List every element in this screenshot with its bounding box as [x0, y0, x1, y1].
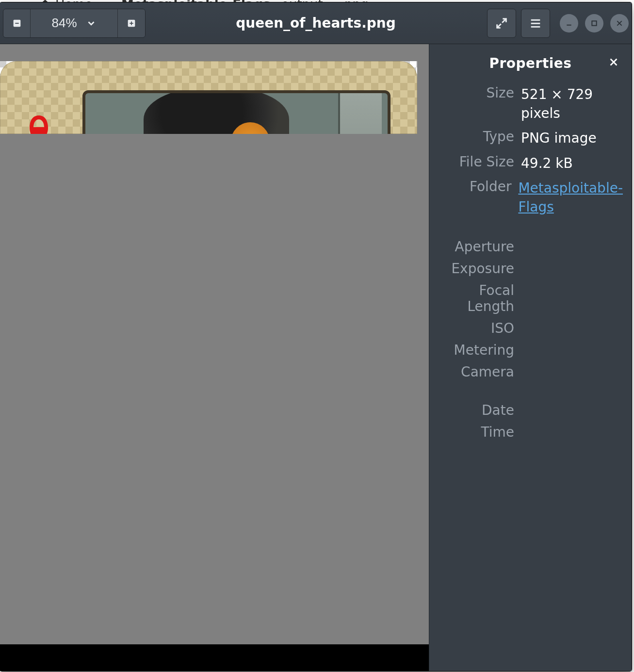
properties-title: Properties	[489, 55, 571, 71]
image-inner-frame	[82, 90, 390, 134]
maximize-icon	[590, 19, 598, 27]
zoom-controls: 84%	[3, 9, 146, 38]
prop-row-metering: Metering	[429, 339, 623, 361]
close-icon	[616, 19, 623, 27]
headerbar: 84% queen_of_hearts.png	[0, 2, 632, 44]
window-controls	[560, 14, 629, 33]
prop-val: PNG image	[521, 129, 623, 148]
prop-row-iso: ISO	[429, 317, 623, 339]
prop-key: Folder	[429, 179, 511, 195]
svg-rect-11	[592, 21, 596, 25]
properties-list: Size 521 × 729 pixels Type PNG image Fil…	[429, 82, 632, 443]
minimize-button[interactable]	[560, 14, 578, 33]
plus-icon	[126, 18, 137, 29]
prop-row-aperture: Aperture	[429, 236, 623, 258]
hamburger-icon	[529, 16, 542, 30]
maximize-button[interactable]	[585, 14, 603, 33]
fullscreen-button[interactable]	[487, 9, 516, 38]
svg-rect-1	[15, 23, 18, 24]
image-canvas[interactable]	[0, 44, 429, 671]
zoom-level-dropdown[interactable]: 84%	[31, 9, 118, 37]
minus-icon	[12, 18, 22, 29]
window-title: queen_of_hearts.png	[236, 15, 396, 31]
close-button[interactable]	[610, 14, 629, 33]
prop-key: Time	[429, 424, 514, 440]
properties-panel: Properties Size 521 × 729 pixels Type PN…	[429, 44, 632, 671]
prop-key: Type	[429, 129, 514, 145]
fullscreen-icon	[495, 16, 508, 30]
prop-row-date: Date	[429, 399, 623, 421]
prop-row-exposure: Exposure	[429, 258, 623, 279]
prop-key: Camera	[429, 364, 514, 380]
card-suit-mark	[27, 115, 51, 134]
svg-rect-7	[531, 19, 540, 20]
headerbar-right	[487, 9, 629, 38]
prop-key: ISO	[429, 320, 514, 336]
prop-val: 521 × 729 pixels	[521, 85, 623, 123]
svg-rect-4	[131, 21, 132, 25]
canvas-bottom-bar	[0, 644, 429, 671]
image-content	[0, 61, 417, 134]
prop-row-camera: Camera	[429, 361, 623, 383]
prop-key: Exposure	[429, 261, 514, 277]
chevron-down-icon	[86, 18, 97, 29]
folder-link[interactable]: Metasploitable-Flags	[518, 180, 623, 215]
prop-key: Focal Length	[429, 282, 514, 314]
properties-header: Properties	[429, 44, 632, 82]
properties-close-button[interactable]	[606, 55, 621, 69]
prop-row-size: Size 521 × 729 pixels	[429, 82, 623, 126]
svg-rect-8	[531, 22, 540, 24]
image-viewer-window: 84% queen_of_hearts.png	[0, 2, 632, 671]
zoom-in-button[interactable]	[118, 9, 145, 37]
canvas-background	[0, 44, 429, 671]
svg-rect-10	[567, 24, 571, 25]
image-detail-dark	[144, 90, 289, 134]
image-detail-door	[338, 93, 382, 134]
prop-val: Metasploitable-Flags	[518, 179, 623, 216]
prop-row-type: Type PNG image	[429, 126, 623, 150]
prop-key: Size	[429, 85, 514, 101]
prop-key: File Size	[429, 154, 514, 170]
zoom-level-label: 84%	[51, 16, 77, 31]
prop-key: Date	[429, 402, 514, 418]
prop-key: Metering	[429, 342, 514, 358]
prop-row-folder: Folder Metasploitable-Flags	[429, 176, 623, 219]
menu-button[interactable]	[521, 9, 550, 38]
prop-val: 49.2 kB	[521, 154, 623, 173]
prop-row-time: Time	[429, 421, 623, 443]
body: Properties Size 521 × 729 pixels Type PN…	[0, 44, 632, 671]
zoom-out-button[interactable]	[3, 9, 31, 37]
svg-rect-9	[531, 26, 540, 27]
prop-key: Aperture	[429, 239, 514, 255]
prop-row-filesize: File Size 49.2 kB	[429, 151, 623, 176]
close-icon	[608, 57, 619, 67]
prop-row-focal: Focal Length	[429, 279, 623, 317]
minimize-icon	[565, 19, 573, 27]
